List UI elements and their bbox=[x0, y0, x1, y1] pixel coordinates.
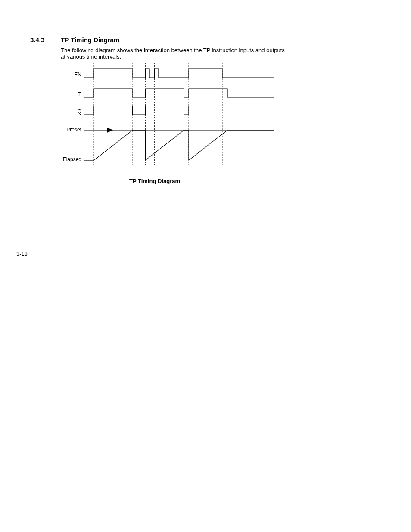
section-title: TP Timing Diagram bbox=[61, 36, 119, 44]
signal-label-q: Q bbox=[78, 109, 81, 115]
intro-paragraph: The following diagram shows the interact… bbox=[61, 47, 289, 60]
page: 3.4.3 TP Timing Diagram The following di… bbox=[0, 0, 411, 532]
diagram-caption: TP Timing Diagram bbox=[129, 178, 180, 184]
signal-label-tpreset: TPreset bbox=[63, 127, 82, 133]
signal-label-t: T bbox=[78, 91, 82, 97]
svg-rect-9 bbox=[84, 126, 276, 162]
section-number: 3.4.3 bbox=[30, 36, 44, 44]
signal-label-en: EN bbox=[74, 72, 81, 78]
timing-diagram-svg: .sig { stroke:#000; stroke-width:1.2; fi… bbox=[61, 61, 276, 169]
page-number: 3-18 bbox=[16, 251, 28, 257]
signal-label-elapsed: Elapsed bbox=[63, 156, 81, 162]
timing-diagram: .sig { stroke:#000; stroke-width:1.2; fi… bbox=[61, 61, 276, 171]
